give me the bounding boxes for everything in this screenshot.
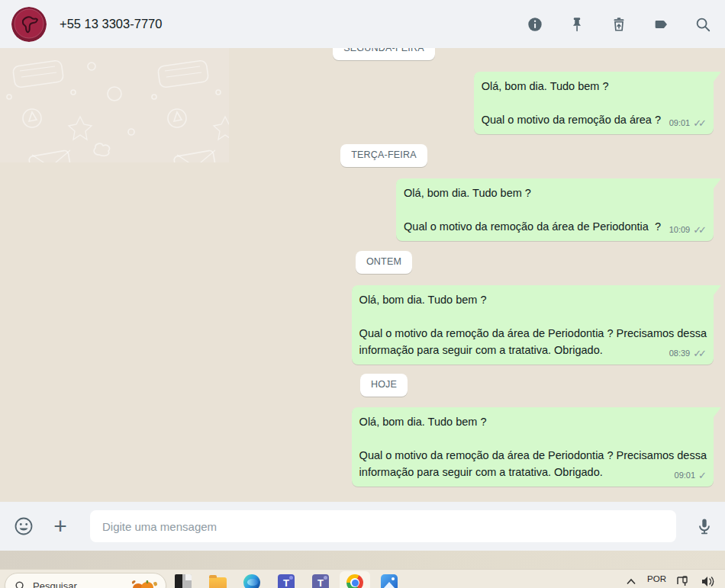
message-line: Olá, bom dia. Tudo bem ? (359, 291, 707, 308)
system-tray: POR (626, 574, 716, 588)
teams-classic-icon[interactable]: T (277, 574, 295, 588)
teams-icon[interactable]: T (311, 574, 330, 588)
contact-name[interactable]: +55 13 3303-7770 (60, 17, 526, 31)
header-actions (526, 15, 711, 33)
message-input[interactable] (90, 510, 676, 542)
emoji-icon[interactable] (12, 515, 35, 538)
edge-icon[interactable] (243, 574, 261, 588)
message-time: 09:01 (675, 470, 696, 481)
delivered-ticks-icon: ✓✓ (693, 224, 707, 236)
date-separator-row: TERÇA-FEIRA (21, 144, 725, 167)
message-time: 09:01 (669, 117, 691, 129)
message-line (482, 95, 707, 111)
date-pill: ONTEM (356, 251, 412, 274)
date-pill: HOJE (360, 374, 408, 397)
message-line: informação para seguir com a tratativa. … (359, 464, 707, 480)
message-line (359, 308, 707, 325)
search-icon (14, 580, 26, 588)
chat-area: SEGUNDA-FEIRA Olá, bom dia. Tudo bem ? Q… (0, 48, 725, 502)
message-bubble-outgoing[interactable]: Olá, bom dia. Tudo bem ? Qual o motivo d… (474, 72, 714, 134)
message-bubble-outgoing[interactable]: Olá, bom dia. Tudo bem ? Qual o motivo d… (352, 407, 714, 487)
info-icon[interactable] (526, 15, 543, 33)
language-indicator[interactable]: POR (647, 574, 666, 588)
network-icon[interactable] (677, 576, 690, 587)
delivered-ticks-icon: ✓✓ (693, 117, 707, 129)
contact-avatar[interactable] (11, 7, 47, 42)
taskbar-app-dark-icon[interactable] (174, 574, 192, 588)
label-icon[interactable] (652, 15, 669, 33)
message-line: Olá, bom dia. Tudo bem ? (482, 78, 707, 95)
message-line: Olá, bom dia. Tudo bem ? (404, 185, 707, 201)
message-line: Qual o motivo da remoção da área de Peri… (359, 325, 707, 342)
chat-header: +55 13 3303-7770 (0, 0, 725, 48)
sent-tick-icon: ✓ (698, 470, 707, 481)
date-separator-row: HOJE (21, 374, 725, 397)
date-pill: SEGUNDA-FEIRA (333, 48, 434, 60)
message-bubble-outgoing[interactable]: Olá, bom dia. Tudo bem ? Qual o motivo d… (352, 285, 714, 365)
date-separator-row: SEGUNDA-FEIRA (21, 48, 725, 60)
message-line: Qual o motivo da remoção da área de Peri… (404, 218, 707, 235)
delivered-ticks-icon: ✓✓ (693, 348, 707, 359)
file-explorer-icon[interactable] (208, 574, 227, 588)
taskbar-search[interactable]: Pesquisar (5, 573, 166, 588)
message-meta: 08:39 ✓✓ (669, 348, 707, 359)
volume-icon[interactable] (701, 576, 716, 587)
message-time: 08:39 (669, 348, 691, 359)
search-label: Pesquisar (33, 580, 130, 588)
desktop-background-strip (0, 551, 725, 569)
taskbar-app-row: T T (174, 574, 398, 588)
composer-bar: + (0, 502, 725, 551)
message-meta: 09:01 ✓✓ (669, 117, 707, 129)
message-line: Qual o motivo da remoção da área de Peri… (359, 447, 707, 464)
message-bubble-outgoing[interactable]: Olá, bom dia. Tudo bem ? Qual o motivo d… (396, 178, 714, 241)
date-separator-row: ONTEM (21, 251, 725, 274)
mic-icon[interactable] (693, 515, 716, 538)
message-line (359, 430, 707, 447)
photos-icon[interactable] (380, 574, 398, 588)
pin-icon[interactable] (568, 15, 585, 33)
chrome-icon[interactable] (346, 574, 364, 588)
seasonal-pumpkins-icon (130, 578, 158, 588)
search-icon[interactable] (694, 15, 711, 33)
plus-attach-icon[interactable]: + (49, 515, 72, 538)
chevron-up-icon[interactable] (626, 578, 636, 585)
whatsapp-window: +55 13 3303-7770 (0, 0, 725, 551)
message-time: 10:09 (669, 224, 691, 236)
message-line (404, 201, 707, 218)
date-pill: TERÇA-FEIRA (340, 144, 427, 167)
delete-restore-icon[interactable] (610, 15, 627, 33)
windows-taskbar: Pesquisar T T POR (0, 569, 725, 588)
message-list: SEGUNDA-FEIRA Olá, bom dia. Tudo bem ? Q… (0, 48, 725, 502)
message-meta: 09:01 ✓ (675, 470, 707, 481)
message-line: Olá, bom dia. Tudo bem ? (359, 413, 707, 430)
message-meta: 10:09 ✓✓ (669, 224, 707, 236)
message-line: informação para seguir com a tratativa. … (359, 342, 707, 358)
